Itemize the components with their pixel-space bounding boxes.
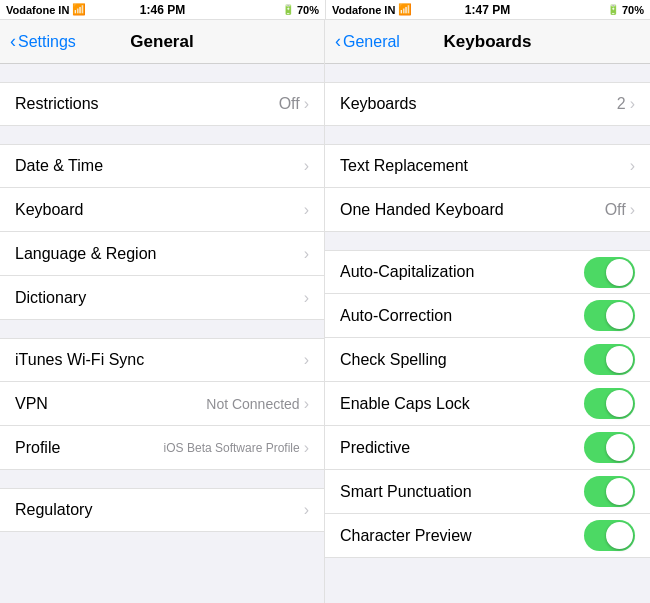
left-nav-bar: ‹ Settings General [0, 20, 324, 64]
restrictions-chevron: › [304, 95, 309, 113]
left-back-button[interactable]: ‹ Settings [10, 31, 76, 52]
keyboards-count-right: 2 › [617, 95, 635, 113]
keyboards-count-cell[interactable]: Keyboards 2 › [325, 82, 650, 126]
keyboard-cell[interactable]: Keyboard › [0, 188, 324, 232]
right-group-1: Keyboards 2 › [325, 82, 650, 126]
restrictions-cell[interactable]: Restrictions Off › [0, 82, 324, 126]
one-handed-label: One Handed Keyboard [340, 201, 504, 219]
auto-correct-knob [606, 302, 633, 329]
itunes-wifi-label: iTunes Wi-Fi Sync [15, 351, 144, 369]
date-time-cell[interactable]: Date & Time › [0, 144, 324, 188]
right-status-left: Vodafone IN 📶 [332, 3, 412, 16]
left-status-left: Vodafone IN 📶 [6, 3, 86, 16]
restrictions-value: Off [279, 95, 300, 113]
left-panel: ‹ Settings General Restrictions Off › Da… [0, 20, 325, 603]
right-back-label: General [343, 33, 400, 51]
left-back-label: Settings [18, 33, 76, 51]
char-preview-toggle[interactable] [584, 520, 635, 551]
left-group-2: Date & Time › Keyboard › Language & Regi… [0, 144, 324, 320]
check-spelling-cell[interactable]: Check Spelling [325, 338, 650, 382]
predictive-toggle[interactable] [584, 432, 635, 463]
language-region-cell[interactable]: Language & Region › [0, 232, 324, 276]
left-gap-1 [0, 64, 324, 82]
regulatory-chevron: › [304, 501, 309, 519]
regulatory-label: Regulatory [15, 501, 92, 519]
auto-cap-cell[interactable]: Auto-Capitalization [325, 250, 650, 294]
smart-punctuation-knob [606, 478, 633, 505]
enable-caps-knob [606, 390, 633, 417]
dictionary-right: › [304, 289, 309, 307]
one-handed-right: Off › [605, 201, 635, 219]
text-replacement-chevron: › [630, 157, 635, 175]
enable-caps-label: Enable Caps Lock [340, 395, 470, 413]
right-gap-3 [325, 232, 650, 250]
keyboard-chevron: › [304, 201, 309, 219]
status-bars: Vodafone IN 📶 1:46 PM 🔋 70% Vodafone IN … [0, 0, 650, 20]
left-gap-3 [0, 320, 324, 338]
right-status-bar: Vodafone IN 📶 1:47 PM 🔋 70% [325, 0, 650, 20]
restrictions-label: Restrictions [15, 95, 99, 113]
predictive-cell[interactable]: Predictive [325, 426, 650, 470]
dictionary-label: Dictionary [15, 289, 86, 307]
itunes-wifi-right: › [304, 351, 309, 369]
one-handed-value: Off [605, 201, 626, 219]
enable-caps-cell[interactable]: Enable Caps Lock [325, 382, 650, 426]
dictionary-cell[interactable]: Dictionary › [0, 276, 324, 320]
itunes-wifi-cell[interactable]: iTunes Wi-Fi Sync › [0, 338, 324, 382]
auto-correct-cell[interactable]: Auto-Correction [325, 294, 650, 338]
left-back-chevron: ‹ [10, 31, 16, 52]
text-replacement-right: › [630, 157, 635, 175]
dictionary-chevron: › [304, 289, 309, 307]
profile-right: iOS Beta Software Profile › [164, 439, 309, 457]
carrier-right: Vodafone IN [332, 4, 395, 16]
left-group-1: Restrictions Off › [0, 82, 324, 126]
date-time-right: › [304, 157, 309, 175]
right-back-button[interactable]: ‹ General [335, 31, 400, 52]
time-left: 1:46 PM [140, 3, 185, 17]
profile-value: iOS Beta Software Profile [164, 441, 300, 455]
left-group-3: iTunes Wi-Fi Sync › VPN Not Connected › … [0, 338, 324, 470]
regulatory-cell[interactable]: Regulatory › [0, 488, 324, 532]
battery-right: 70% [622, 4, 644, 16]
char-preview-cell[interactable]: Character Preview [325, 514, 650, 558]
battery-icon-right: 🔋 [607, 4, 619, 15]
right-nav-bar: ‹ General Keyboards [325, 20, 650, 64]
left-status-right: 🔋 70% [282, 4, 319, 16]
predictive-knob [606, 434, 633, 461]
vpn-value: Not Connected [206, 396, 299, 412]
one-handed-cell[interactable]: One Handed Keyboard Off › [325, 188, 650, 232]
right-nav-title: Keyboards [444, 32, 532, 52]
right-panel: ‹ General Keyboards Keyboards 2 › Text R… [325, 20, 650, 603]
text-replacement-cell[interactable]: Text Replacement › [325, 144, 650, 188]
auto-cap-toggle[interactable] [584, 257, 635, 288]
battery-left: 70% [297, 4, 319, 16]
auto-correct-label: Auto-Correction [340, 307, 452, 325]
regulatory-right: › [304, 501, 309, 519]
text-replacement-label: Text Replacement [340, 157, 468, 175]
keyboards-count-chevron: › [630, 95, 635, 113]
carrier-left: Vodafone IN [6, 4, 69, 16]
date-time-chevron: › [304, 157, 309, 175]
profile-cell[interactable]: Profile iOS Beta Software Profile › [0, 426, 324, 470]
smart-punctuation-toggle[interactable] [584, 476, 635, 507]
auto-cap-knob [606, 259, 633, 286]
right-group-2: Text Replacement › One Handed Keyboard O… [325, 144, 650, 232]
smart-punctuation-cell[interactable]: Smart Punctuation [325, 470, 650, 514]
right-status-right: 🔋 70% [607, 4, 644, 16]
check-spelling-label: Check Spelling [340, 351, 447, 369]
itunes-wifi-chevron: › [304, 351, 309, 369]
keyboards-count-label: Keyboards [340, 95, 417, 113]
vpn-right: Not Connected › [206, 395, 309, 413]
language-region-label: Language & Region [15, 245, 156, 263]
keyboard-right: › [304, 201, 309, 219]
left-gap-5 [0, 532, 324, 550]
left-gap-4 [0, 470, 324, 488]
auto-correct-toggle[interactable] [584, 300, 635, 331]
vpn-cell[interactable]: VPN Not Connected › [0, 382, 324, 426]
one-handed-chevron: › [630, 201, 635, 219]
right-group-3: Auto-Capitalization Auto-Correction Chec… [325, 250, 650, 558]
check-spelling-toggle[interactable] [584, 344, 635, 375]
enable-caps-toggle[interactable] [584, 388, 635, 419]
char-preview-label: Character Preview [340, 527, 472, 545]
right-back-chevron: ‹ [335, 31, 341, 52]
